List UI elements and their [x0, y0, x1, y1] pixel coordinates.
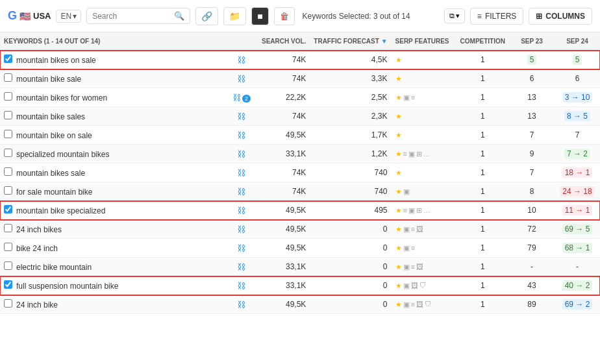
link-icon[interactable]: ⛓ — [237, 206, 245, 215]
header-keywords: KEYWORDS (1 - 14 OUT OF 14) — [0, 32, 225, 51]
header-sep24: SEP 24 — [555, 32, 600, 51]
filters-button[interactable]: ≡ FILTERS — [470, 8, 523, 25]
language-label: EN — [60, 12, 71, 21]
link-icon[interactable]: ⛓ — [237, 112, 245, 121]
link-icon[interactable]: ⛓ — [232, 93, 241, 103]
link-icon[interactable]: ⛓ — [237, 55, 245, 65]
row-checkbox[interactable] — [4, 130, 12, 138]
row-checkbox[interactable] — [4, 55, 12, 63]
tv-icon: ▣ — [403, 188, 410, 195]
keyword-text: mountain bike sales — [16, 112, 85, 121]
tv-icon: ▣ — [403, 225, 410, 233]
list-icon: ≡ — [411, 93, 415, 101]
traffic-forecast-cell: 0 — [310, 295, 391, 314]
link-icon[interactable]: ⛓ — [237, 281, 245, 291]
img-icon: 🖼 — [416, 263, 423, 271]
table-row: 24 inch bikes⛓49,5K0★▣≡🖼17269 → 5 — [0, 220, 600, 239]
star-icon: ★ — [395, 131, 402, 139]
star-icon: ★ — [395, 169, 402, 176]
table-row: mountain bikes sale⛓74K740★1718 → 1 — [0, 164, 600, 182]
sep24-cell: - — [555, 258, 600, 276]
shield-icon: ⛉ — [425, 300, 432, 308]
competition-cell: 1 — [456, 220, 509, 239]
sep23-cell: 43 — [509, 276, 555, 295]
row-checkbox[interactable] — [4, 261, 12, 270]
keyword-text: electric bike mountain — [16, 263, 92, 272]
serp-features-cell: ★≡▣⊞… — [392, 145, 456, 164]
row-checkbox[interactable] — [4, 299, 12, 308]
keyword-text: bike 24 inch — [16, 244, 58, 253]
row-checkbox[interactable] — [4, 111, 12, 119]
link-icon[interactable]: ⛓ — [237, 224, 245, 234]
row-checkbox[interactable] — [4, 205, 12, 213]
row-checkbox[interactable] — [4, 149, 12, 157]
row-checkbox[interactable] — [4, 186, 12, 195]
tv-icon: ▣ — [408, 206, 415, 214]
tv-icon: ▣ — [403, 300, 410, 308]
search-vol-cell: 74K — [258, 51, 310, 69]
star-icon: ★ — [395, 282, 402, 289]
serp-features-cell: ★ — [392, 107, 456, 126]
folder-button[interactable]: 📁 — [223, 7, 246, 25]
filters-label: FILTERS — [485, 12, 516, 21]
competition-cell: 1 — [456, 145, 509, 164]
sep24-cell: 69 → 2 — [555, 295, 600, 314]
link-button[interactable]: 🔗 — [195, 7, 218, 25]
traffic-forecast-cell: 0 — [310, 258, 391, 276]
competition-cell: 1 — [456, 295, 509, 314]
sep23-cell: - — [509, 258, 555, 276]
keyword-text: mountain bike specialized — [16, 206, 105, 215]
copy-dropdown[interactable]: ⧉ ▾ — [444, 8, 465, 23]
table-row: bike 24 inch⛓49,5K0★▣≡17968 → 1 — [0, 239, 600, 258]
competition-cell: 1 — [456, 164, 509, 182]
star-icon: ★ — [395, 188, 402, 195]
row-checkbox[interactable] — [4, 280, 12, 289]
table-row: mountain bike sales⛓74K2,3K★1138 → 5 — [0, 107, 600, 126]
sep23-cell: 89 — [509, 295, 555, 314]
link-icon[interactable]: ⛓ — [237, 168, 245, 178]
dots-icon: … — [423, 150, 431, 158]
serp-features-cell: ★▣≡ — [392, 239, 456, 258]
traffic-forecast-cell: 0 — [310, 220, 391, 239]
columns-button[interactable]: ⊞ COLUMNS — [529, 8, 592, 25]
search-vol-cell: 33,1K — [258, 145, 310, 164]
link-icon[interactable]: ⛓ — [237, 74, 245, 84]
tv-icon: ▣ — [403, 263, 410, 271]
search-vol-cell: 74K — [258, 182, 310, 201]
sep23-cell: 79 — [509, 239, 555, 258]
competition-cell: 1 — [456, 51, 509, 69]
link-icon[interactable]: ⛓ — [237, 262, 245, 272]
serp-features-cell: ★▣🖼⛉ — [392, 276, 456, 295]
star-icon: ★ — [395, 75, 402, 82]
country-label: USA — [33, 11, 51, 21]
search-vol-cell: 49,5K — [258, 239, 310, 258]
language-selector[interactable]: EN ▾ — [56, 10, 81, 23]
link-icon[interactable]: ⛓ — [237, 149, 245, 159]
row-checkbox[interactable] — [4, 167, 12, 176]
row-checkbox[interactable] — [4, 224, 12, 232]
delete-button[interactable]: 🗑 — [274, 7, 295, 25]
keyword-text: mountain bikes on sale — [16, 56, 96, 65]
table-row: electric bike mountain⛓33,1K0★▣≡🖼1-- — [0, 258, 600, 276]
competition-cell: 1 — [456, 182, 509, 201]
link-icon[interactable]: ⛓ — [237, 187, 245, 197]
sep23-cell: 5 — [509, 51, 555, 69]
row-checkbox[interactable] — [4, 92, 12, 101]
search-input[interactable] — [92, 12, 170, 21]
link-icon[interactable]: ⛓ — [237, 130, 245, 140]
link-icon[interactable]: ⛓ — [237, 300, 245, 309]
traffic-forecast-cell: 4,5K — [310, 51, 391, 69]
row-checkbox[interactable] — [4, 243, 12, 251]
star-icon: ★ — [395, 300, 402, 308]
img-icon: 🖼 — [411, 282, 418, 289]
search-vol-cell: 49,5K — [258, 295, 310, 314]
row-checkbox[interactable] — [4, 73, 12, 82]
serp-features-cell: ★ — [392, 164, 456, 182]
square-button[interactable]: ■ — [251, 7, 268, 25]
traffic-forecast-cell: 1,7K — [310, 126, 391, 145]
table-row: mountain bike sale⛓74K3,3K★166 — [0, 69, 600, 88]
star-icon: ★ — [395, 206, 402, 214]
dots-icon: … — [423, 206, 431, 214]
link-icon[interactable]: ⛓ — [237, 243, 245, 253]
keyword-text: mountain bike on sale — [16, 131, 92, 140]
